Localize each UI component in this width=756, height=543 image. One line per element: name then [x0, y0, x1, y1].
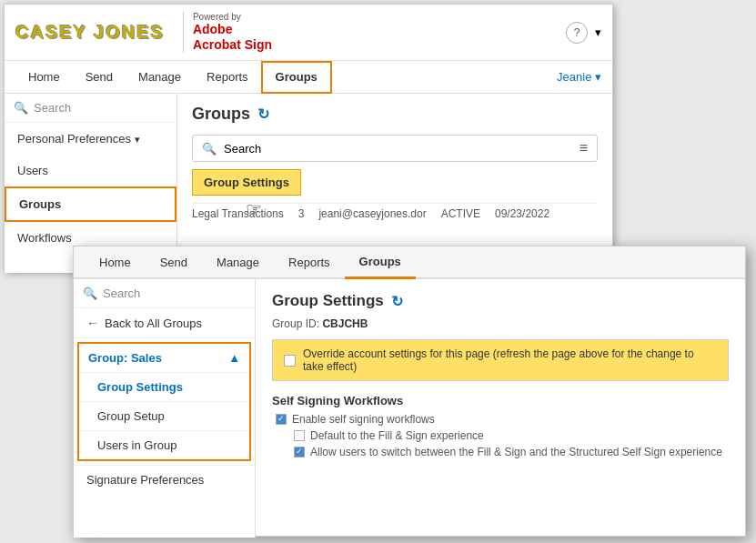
- group-count-cell: 3: [298, 207, 305, 220]
- enable-self-signing-label: Enable self signing workflows: [292, 413, 435, 426]
- back-arrow-icon: ←: [86, 316, 99, 330]
- users-in-group-sub-item[interactable]: Users in Group: [79, 430, 249, 459]
- popup-nav-home[interactable]: Home: [85, 246, 146, 278]
- search-icon: 🔍: [202, 142, 217, 156]
- refresh-icon[interactable]: ↻: [257, 106, 269, 123]
- popup-panel-title: Group Settings ↻: [272, 292, 729, 310]
- search-icon: 🔍: [14, 101, 28, 115]
- popup-nav-send[interactable]: Send: [146, 246, 202, 278]
- nav-groups[interactable]: Groups: [261, 61, 332, 94]
- powered-by-text: Powered by: [193, 12, 272, 22]
- brand-block: Powered by Adobe Acrobat Sign: [183, 12, 272, 53]
- panel-title: Groups ↻: [192, 105, 598, 124]
- checkbox-row-1: Default to the Fill & Sign experience: [272, 429, 729, 442]
- popup-body: 🔍 Search ← Back to All Groups Group: Sal…: [74, 279, 745, 538]
- override-checkbox[interactable]: [284, 355, 296, 367]
- nav-manage[interactable]: Manage: [126, 61, 194, 94]
- popup-nav-bar: Home Send Manage Reports Groups: [74, 246, 745, 279]
- allow-switch-checkbox[interactable]: [294, 447, 305, 458]
- popup-window: Home Send Manage Reports Groups 🔍 Search…: [73, 246, 746, 537]
- popup-nav-groups[interactable]: Groups: [345, 246, 416, 279]
- header-right: ? ▾: [566, 22, 601, 44]
- signature-preferences-item[interactable]: Signature Preferences: [74, 465, 255, 494]
- group-name-cell: Legal Transactions: [192, 207, 284, 220]
- self-signing-section: Self Signing Workflows Enable self signi…: [272, 394, 729, 458]
- default-fill-sign-label: Default to the Fill & Sign experience: [310, 429, 484, 442]
- group-sales-header[interactable]: Group: Sales ▲: [79, 344, 249, 372]
- enable-self-signing-checkbox[interactable]: [276, 414, 287, 425]
- help-button[interactable]: ?: [566, 22, 588, 44]
- popup-sidebar: 🔍 Search ← Back to All Groups Group: Sal…: [74, 279, 256, 538]
- table-row: Legal Transactions 3 jeani@caseyjones.do…: [192, 203, 598, 224]
- group-setup-sub-item[interactable]: Group Setup: [79, 401, 249, 430]
- back-to-all-groups-link[interactable]: ← Back to All Groups: [74, 308, 255, 338]
- sidebar-search[interactable]: 🔍 Search: [5, 94, 176, 123]
- nav-send[interactable]: Send: [73, 61, 126, 94]
- back-label: Back to All Groups: [105, 317, 202, 330]
- groups-search-bar[interactable]: 🔍 Search ≡: [192, 135, 598, 162]
- popup-main-panel: Group Settings ↻ Group ID: CBJCHB Overri…: [256, 279, 745, 538]
- popup-nav-manage[interactable]: Manage: [202, 246, 274, 278]
- nav-reports[interactable]: Reports: [194, 61, 261, 94]
- chevron-up-icon: ▲: [228, 351, 240, 365]
- main-window: CASEY JONES Powered by Adobe Acrobat Sig…: [4, 4, 613, 272]
- user-menu[interactable]: Jeanie ▾: [557, 70, 601, 84]
- sidebar-item-groups[interactable]: Groups: [5, 186, 176, 222]
- group-id-line: Group ID: CBJCHB: [272, 317, 729, 330]
- header: CASEY JONES Powered by Adobe Acrobat Sig…: [5, 5, 612, 61]
- group-date-cell: 09/23/2022: [495, 207, 549, 220]
- menu-icon[interactable]: ≡: [580, 140, 588, 156]
- popup-search[interactable]: 🔍 Search: [74, 279, 255, 308]
- logo-area: CASEY JONES Powered by Adobe Acrobat Sig…: [15, 12, 272, 53]
- popup-search-label: Search: [103, 287, 140, 300]
- group-settings-button[interactable]: Group Settings: [192, 169, 301, 196]
- checkbox-row-2: Allow users to switch between the Fill &…: [272, 446, 729, 458]
- self-signing-label: Self Signing Workflows: [272, 394, 729, 407]
- search-placeholder: Search: [224, 142, 261, 156]
- main-nav-bar: Home Send Manage Reports Groups Jeanie ▾: [5, 61, 612, 94]
- company-logo: CASEY JONES: [15, 22, 174, 43]
- chevron-down-icon: ▾: [595, 25, 601, 39]
- group-email-cell: jeani@caseyjones.dor: [318, 207, 426, 220]
- sidebar-item-users[interactable]: Users: [5, 155, 176, 186]
- default-fill-sign-checkbox[interactable]: [294, 430, 305, 441]
- group-settings-sub-item[interactable]: Group Settings: [79, 372, 249, 401]
- popup-refresh-icon[interactable]: ↻: [391, 293, 403, 310]
- group-sales-section: Group: Sales ▲ Group Settings Group Setu…: [77, 342, 251, 461]
- group-status-cell: ACTIVE: [441, 207, 480, 220]
- popup-search-icon: 🔍: [83, 287, 97, 300]
- popup-nav-reports[interactable]: Reports: [274, 246, 345, 278]
- override-settings-box: Override account settings for this page …: [272, 339, 729, 381]
- allow-switch-label: Allow users to switch between the Fill &…: [310, 446, 722, 458]
- sidebar-search-label: Search: [34, 101, 71, 115]
- override-text: Override account settings for this page …: [303, 347, 717, 373]
- sidebar-item-personal-prefs[interactable]: Personal Preferences ▾: [5, 123, 176, 155]
- adobe-brand: Adobe Acrobat Sign: [193, 22, 272, 53]
- checkbox-row-0: Enable self signing workflows: [272, 413, 729, 426]
- group-id-value: CBJCHB: [322, 317, 368, 330]
- nav-home[interactable]: Home: [15, 61, 73, 94]
